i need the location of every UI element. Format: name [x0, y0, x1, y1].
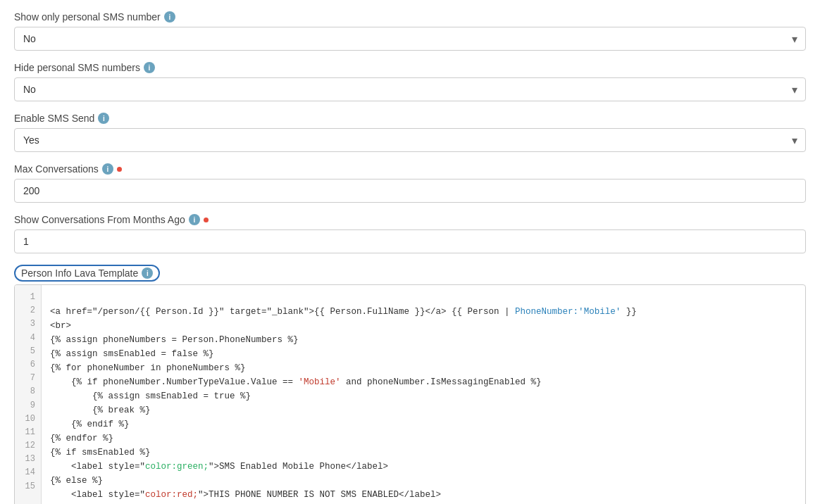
lava-template-group: Person Info Lava Template i 1 2 3 4 5 6 …: [14, 265, 806, 504]
max-conversations-required-dot: [117, 167, 122, 172]
show-conversations-label: Show Conversations From Months Ago i: [14, 214, 806, 225]
code-line-6: {% if phoneNumber.NumberTypeValue.Value …: [50, 377, 542, 387]
max-conversations-text: Max Conversations: [14, 163, 99, 175]
code-line-3: {% assign phoneNumbers = Person.PhoneNum…: [50, 335, 299, 345]
enable-sms-send-text: Enable SMS Send: [14, 113, 94, 124]
show-conversations-input[interactable]: 1: [14, 229, 806, 253]
code-line-5: {% for phoneNumber in phoneNumbers %}: [50, 363, 246, 373]
lava-template-label-highlight: Person Info Lava Template i: [14, 265, 160, 282]
hide-sms-text: Hide personal SMS numbers: [14, 62, 140, 73]
show-only-sms-text: Show only personal SMS number: [14, 11, 161, 23]
show-conversations-info-icon[interactable]: i: [189, 214, 200, 225]
code-line-7: {% assign smsEnabled = true %}: [50, 391, 251, 401]
enable-sms-send-select-wrapper: Yes No: [14, 128, 806, 152]
show-conversations-required-dot: [204, 218, 209, 222]
show-conversations-group: Show Conversations From Months Ago i 1: [14, 214, 806, 253]
max-conversations-info-icon[interactable]: i: [102, 163, 113, 175]
code-line-10: {% endfor %}: [50, 434, 113, 443]
show-only-sms-select[interactable]: No Yes: [14, 27, 806, 51]
show-only-sms-info-icon[interactable]: i: [164, 11, 175, 23]
code-line-11: {% if smsEnabled %}: [50, 448, 151, 458]
enable-sms-send-group: Enable SMS Send i Yes No: [14, 113, 806, 152]
max-conversations-group: Max Conversations i 200: [14, 163, 806, 203]
hide-sms-info-icon[interactable]: i: [144, 62, 155, 73]
enable-sms-send-label: Enable SMS Send i: [14, 113, 806, 124]
code-line-4: {% assign smsEnabled = false %}: [50, 349, 214, 359]
show-only-sms-select-wrapper: No Yes: [14, 27, 806, 51]
show-only-sms-group: Show only personal SMS number i No Yes: [14, 11, 806, 51]
code-line-2: <br>: [50, 321, 71, 331]
code-line-9: {% endif %}: [50, 420, 130, 429]
hide-sms-label: Hide personal SMS numbers i: [14, 62, 806, 73]
enable-sms-send-select[interactable]: Yes No: [14, 128, 806, 152]
code-line-12: <label style="color:green;">SMS Enabled …: [50, 462, 388, 472]
hide-sms-select[interactable]: No Yes: [14, 77, 806, 101]
show-only-sms-label: Show only personal SMS number i: [14, 11, 806, 23]
max-conversations-input[interactable]: 200: [14, 179, 806, 203]
code-line-1: <a href="/person/{{ Person.Id }}" target…: [50, 307, 637, 317]
code-line-13: {% else %}: [50, 476, 103, 486]
lava-template-label-wrapper: Person Info Lava Template i: [14, 265, 806, 282]
code-line-8: {% break %}: [50, 405, 151, 415]
show-conversations-text: Show Conversations From Months Ago: [14, 214, 185, 225]
hide-sms-select-wrapper: No Yes: [14, 77, 806, 101]
hide-sms-group: Hide personal SMS numbers i No Yes: [14, 62, 806, 101]
max-conversations-label: Max Conversations i: [14, 163, 806, 175]
code-editor: 1 2 3 4 5 6 7 8 9 10 11 12 13 14 15 <a h…: [14, 284, 806, 504]
code-line-14: <label style="color:red;">THIS PHONE NUM…: [50, 490, 441, 500]
enable-sms-send-info-icon[interactable]: i: [98, 113, 109, 124]
lava-template-label-text: Person Info Lava Template: [21, 267, 138, 279]
code-content[interactable]: <a href="/person/{{ Person.Id }}" target…: [42, 285, 805, 504]
line-numbers: 1 2 3 4 5 6 7 8 9 10 11 12 13 14 15: [15, 285, 42, 504]
lava-template-info-icon[interactable]: i: [142, 267, 153, 279]
